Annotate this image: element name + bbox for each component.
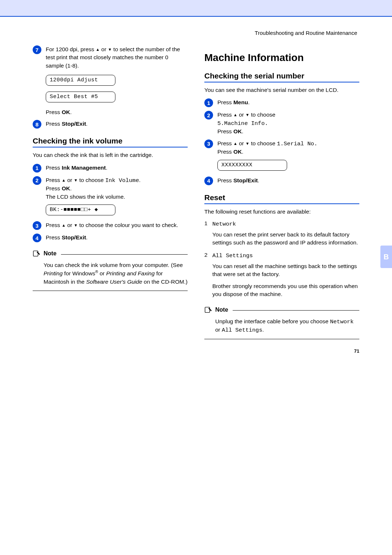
up-arrow-icon: ▲ (62, 178, 66, 182)
step-number-badge: 3 (204, 139, 213, 148)
serial-step-2: 2 Press ▲ or ▼ to choose 5.Machine Info.… (204, 111, 359, 135)
text: or (98, 271, 106, 277)
note-pencil-icon (33, 250, 41, 258)
note-pencil-icon (204, 306, 212, 314)
step-number-badge: 2 (33, 176, 41, 185)
key-ink-management: Ink Management (62, 165, 106, 171)
reset-desc: Brother strongly recommends you use this… (212, 282, 359, 299)
menu-item-mono: 5.Machine Info. (217, 120, 268, 127)
up-arrow-icon: ▲ (233, 113, 237, 117)
text: The LCD shows the ink volume. (46, 194, 125, 200)
down-arrow-icon: ▼ (245, 141, 249, 146)
text: . (248, 99, 249, 105)
paragraph: You can check the ink that is left in th… (33, 151, 188, 159)
ref-italic: Printing (44, 271, 63, 277)
text: or (66, 177, 74, 183)
breadcrumb: Troubleshooting and Routine Maintenance (33, 30, 359, 36)
step-8: 8 Press Stop/Exit. (33, 120, 188, 129)
step-body: Press ▲ or ▼ to choose 1.Serial No. Pres… (217, 139, 359, 173)
up-arrow-icon: ▲ (96, 47, 100, 52)
key-menu: Menu (233, 99, 248, 105)
ink-step-1: 1 Press Ink Management. (33, 164, 188, 173)
step-number-badge: 3 (33, 221, 41, 230)
left-column: 7 For 1200 dpi, press ▲ or ▼ to select t… (33, 45, 188, 339)
text: Press (46, 109, 62, 115)
text: Press (217, 149, 233, 155)
text: Press (217, 112, 233, 118)
up-arrow-icon: ▲ (233, 141, 237, 146)
down-arrow-icon: ▼ (74, 178, 78, 182)
lcd-display-serial: XXXXXXXXX (217, 160, 287, 171)
text: . (86, 121, 87, 127)
reset-item-2: 2 All Settings (204, 252, 359, 260)
list-number: 1 (204, 220, 212, 228)
note-rule (233, 310, 359, 311)
step-number-badge: 1 (204, 98, 213, 107)
text: or (237, 140, 245, 146)
section-tab-b: B (380, 246, 392, 268)
text: or (215, 327, 222, 333)
step-body: Press ▲ or ▼ to choose 5.Machine Info. P… (217, 111, 359, 135)
page-content: Troubleshooting and Routine Maintenance … (0, 17, 392, 361)
up-arrow-icon: ▲ (62, 223, 66, 227)
text: to choose (249, 140, 277, 146)
registered-icon: ® (95, 270, 98, 274)
step-body: Press ▲ or ▼ to choose Ink Volume. Press… (46, 176, 188, 218)
ink-step-3: 3 Press ▲ or ▼ to choose the colour you … (33, 221, 188, 230)
step-body: Press Menu. (217, 98, 359, 106)
text: . (86, 234, 87, 240)
ref-italic: Software User's Guide (86, 279, 142, 285)
text: Press (217, 140, 233, 146)
step-number-badge: 2 (204, 111, 213, 119)
subsection-heading-serial: Checking the serial number (204, 72, 359, 82)
text: Press (217, 177, 233, 183)
subsection-heading-ink-volume: Checking the ink volume (33, 137, 188, 147)
key-stop-exit: Stop/Exit (233, 177, 258, 183)
step-number-badge: 8 (33, 120, 41, 129)
mono: All Settings (222, 327, 262, 333)
step-number-badge: 7 (33, 45, 41, 54)
step-7: 7 For 1200 dpi, press ▲ or ▼ to select t… (33, 45, 188, 116)
list-number: 2 (204, 252, 212, 260)
step-number-badge: 4 (204, 177, 213, 185)
text: or (237, 112, 245, 118)
step-body: Press Stop/Exit. (46, 120, 188, 128)
note-label: Note (44, 250, 57, 257)
note-block-ink: Note You can check the ink volume from y… (33, 250, 188, 291)
ink-step-4: 4 Press Stop/Exit. (33, 234, 188, 242)
text: Press (46, 222, 62, 228)
text: . (262, 327, 264, 333)
step-body: Press ▲ or ▼ to choose the colour you wa… (46, 221, 188, 229)
text: to choose the colour you want to check. (78, 222, 178, 228)
down-arrow-icon: ▼ (108, 47, 112, 52)
key-stop-exit: Stop/Exit (62, 234, 86, 240)
lcd-display: 1200dpi Adjust (46, 75, 115, 86)
text: . (70, 109, 72, 115)
paragraph: You can see the machine's serial number … (204, 86, 359, 94)
text: . (258, 177, 259, 183)
serial-step-1: 1 Press Menu. (204, 98, 359, 107)
top-band (0, 0, 392, 17)
text: Press (217, 99, 233, 105)
text: . (139, 177, 140, 183)
two-column-layout: 7 For 1200 dpi, press ▲ or ▼ to select t… (33, 45, 359, 339)
mono: Network (330, 319, 354, 325)
menu-item-mono: 1.Serial No. (277, 141, 318, 147)
text: Press (46, 165, 62, 171)
paragraph: The following reset functions are availa… (204, 208, 359, 216)
text: on the CD-ROM.) (142, 279, 188, 285)
note-label: Note (215, 307, 228, 313)
reset-desc: You can reset the print server back to i… (212, 231, 359, 247)
serial-step-4: 4 Press Stop/Exit. (204, 177, 359, 185)
page-number: 71 (354, 348, 359, 354)
subsection-heading-reset: Reset (204, 193, 359, 204)
text: Press (46, 177, 62, 183)
reset-item-1: 1 Network (204, 220, 359, 228)
step-body: Press Stop/Exit. (46, 234, 188, 242)
step-body: Press Stop/Exit. (217, 177, 359, 185)
text: . (106, 165, 107, 171)
key-ok: OK (62, 109, 70, 115)
serial-step-3: 3 Press ▲ or ▼ to choose 1.Serial No. Pr… (204, 139, 359, 173)
lcd-display: Select Best #5 (46, 92, 115, 102)
text: Press (46, 121, 62, 127)
